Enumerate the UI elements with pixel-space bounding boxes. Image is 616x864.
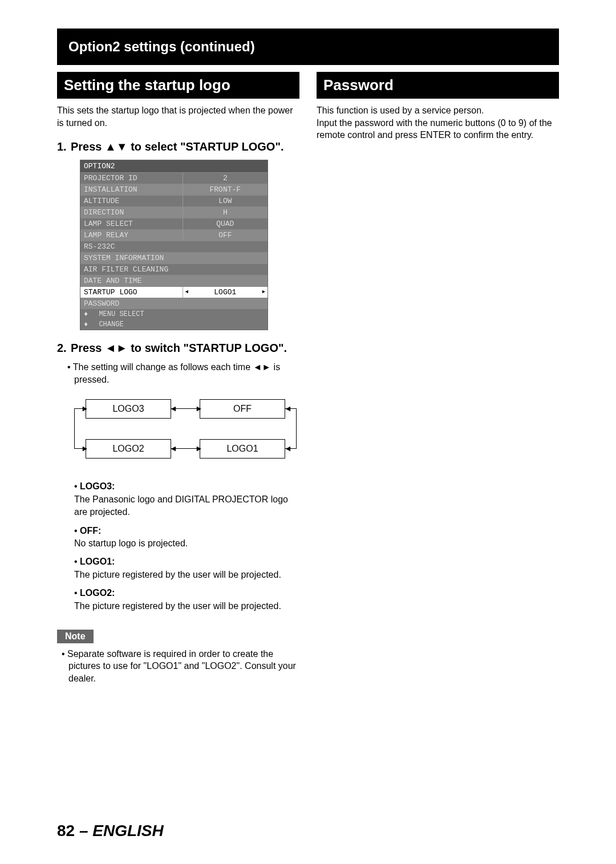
osd-row-value: QUAD [183,218,268,229]
page-language: ENGLISH [92,822,163,839]
section-title-startup-logo: Setting the startup logo [57,72,299,99]
osd-row-label: PROJECTOR ID [80,173,183,184]
osd-row: PROJECTOR ID2 [80,172,268,184]
cycle-box-off: OFF [200,399,285,419]
password-text: This function is used by a service perso… [317,104,559,141]
osd-row-value: LOW [183,196,268,206]
cycle-diagram: LOGO3 OFF LOGO2 LOGO1 ◄ ► ◄ ► ► ► [68,394,297,468]
definitions-list: • LOGO3:The Panasonic logo and DIGITAL P… [74,480,299,612]
cycle-box-logo2: LOGO2 [86,439,171,459]
osd-row: INSTALLATIONFRONT-F [80,184,268,195]
cycle-box-logo1: LOGO1 [200,439,285,459]
osd-row-label: STARTUP LOGO [80,287,183,298]
step-1-text: Press ▲▼ to select "STARTUP LOGO". [71,140,283,153]
osd-row-label: SYSTEM INFORMATION [80,253,268,263]
osd-footer-text-1: MENU SELECT [99,310,144,318]
osd-footer-text-2: CHANGE [99,321,123,328]
osd-row: SYSTEM INFORMATION [80,252,268,263]
osd-menu: OPTION2 PROJECTOR ID2INSTALLATIONFRONT-F… [80,160,268,330]
section-title-password: Password [317,72,559,99]
page-container: Option2 settings (continued) Setting the… [0,0,616,857]
page-number: 82 [57,822,75,839]
osd-row: DIRECTIONH [80,206,268,218]
right-column: Password This function is used by a serv… [317,72,559,685]
osd-row-value: 2 [183,173,268,184]
osd-row: DATE AND TIME [80,275,268,286]
triangle-left-icon: ◄ [185,289,188,295]
osd-row-label: ALTITUDE [80,196,183,206]
step-2-text: Press ◄► to switch "STARTUP LOGO". [71,342,287,354]
osd-row-label: DIRECTION [80,207,183,218]
step-1-heading: 1.Press ▲▼ to select "STARTUP LOGO". [57,139,299,154]
osd-row-value: H [183,207,268,218]
osd-footer-line-1: ♦ MENU SELECT [80,309,268,319]
osd-row: ALTITUDELOW [80,195,268,206]
note-label: Note [57,630,94,643]
page-header: Option2 settings (continued) [57,29,559,65]
osd-row: STARTUP LOGOLOGO1◄► [80,286,268,298]
osd-row-label: LAMP SELECT [80,218,183,229]
osd-row-label: DATE AND TIME [80,275,268,286]
note-text: • Separate software is required in order… [68,648,299,685]
page-footer: 82 – ENGLISH [57,822,559,840]
osd-footer-line-2: ♦ CHANGE [80,319,268,330]
osd-row-value: FRONT-F [183,184,268,195]
osd-row-label: AIR FILTER CLEANING [80,264,268,275]
step-2-heading: 2.Press ◄► to switch "STARTUP LOGO". [57,340,299,355]
cycle-box-logo3: LOGO3 [86,399,171,419]
osd-row: AIR FILTER CLEANING [80,263,268,275]
osd-row-label: INSTALLATION [80,184,183,195]
osd-row-label: RS-232C [80,241,268,252]
step-2-bullet: • The setting will change as follows eac… [74,361,299,386]
definition-item: • LOGO3:The Panasonic logo and DIGITAL P… [74,480,299,518]
definition-item: • LOGO1:The picture registered by the us… [74,555,299,581]
osd-row: RS-232C [80,241,268,252]
osd-row-value: LOGO1◄► [183,287,268,298]
osd-row: LAMP SELECTQUAD [80,218,268,229]
definition-item: • LOGO2:The picture registered by the us… [74,587,299,612]
left-column: Setting the startup logo This sets the s… [57,72,299,685]
osd-row-label: LAMP RELAY [80,230,183,241]
osd-row-value: OFF [183,230,268,241]
osd-row-label: PASSWORD [80,298,268,309]
definition-item: • OFF:No startup logo is projected. [74,525,299,550]
osd-row: LAMP RELAYOFF [80,229,268,241]
osd-row: PASSWORD [80,298,268,309]
triangle-right-icon: ► [262,289,265,295]
osd-menu-title: OPTION2 [80,160,268,172]
intro-text: This sets the startup logo that is proje… [57,104,299,129]
